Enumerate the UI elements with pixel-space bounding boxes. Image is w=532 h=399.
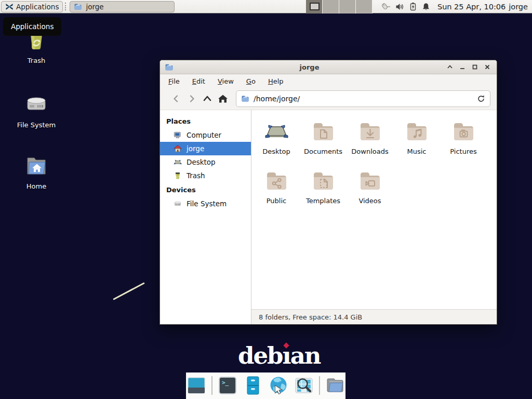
close-icon[interactable] bbox=[483, 62, 492, 72]
window-folder-icon bbox=[165, 63, 174, 72]
panel-grip-handle[interactable] bbox=[65, 3, 68, 10]
forward-icon bbox=[188, 95, 196, 103]
folder-templates[interactable]: Templates bbox=[300, 164, 347, 213]
downloads-folder-icon bbox=[357, 119, 382, 144]
home-icon bbox=[218, 94, 228, 103]
folder-music[interactable]: Music bbox=[393, 114, 440, 164]
sidebar: Places Computer jorge Desktop bbox=[160, 110, 251, 324]
location-bar[interactable]: /home/jorge/ bbox=[236, 90, 490, 107]
sidebar-item-trash[interactable]: Trash bbox=[160, 169, 251, 182]
applications-menu-label: Applications bbox=[16, 3, 59, 11]
menu-file[interactable]: File bbox=[168, 77, 180, 85]
folder-label: Videos bbox=[358, 197, 381, 205]
folder-downloads[interactable]: Downloads bbox=[347, 114, 393, 164]
applications-menu-button[interactable]: Applications bbox=[1, 1, 63, 12]
videos-folder-icon bbox=[357, 168, 382, 193]
app-finder-icon[interactable] bbox=[294, 375, 314, 396]
desktop-icon-label: Home bbox=[26, 182, 46, 190]
workspace-3[interactable] bbox=[339, 0, 356, 14]
folder-public[interactable]: Public bbox=[253, 164, 300, 213]
sidebar-item-label: jorge bbox=[187, 144, 204, 153]
folder-label: Desktop bbox=[262, 148, 290, 155]
notifications-bell-icon[interactable] bbox=[422, 2, 430, 11]
terminal-icon[interactable]: >_ bbox=[217, 375, 238, 396]
sidebar-item-label: Desktop bbox=[187, 158, 216, 166]
workspace-4[interactable] bbox=[356, 0, 373, 14]
sidebar-item-desktop[interactable]: Desktop bbox=[160, 155, 251, 169]
home-folder-icon bbox=[24, 153, 49, 178]
folder-videos[interactable]: Videos bbox=[347, 164, 393, 213]
folder-label: Music bbox=[407, 148, 427, 155]
volume-icon[interactable] bbox=[395, 3, 404, 11]
up-icon bbox=[203, 95, 212, 103]
maximize-icon[interactable] bbox=[470, 62, 480, 72]
workspace-2[interactable] bbox=[323, 0, 339, 14]
reload-icon[interactable] bbox=[477, 95, 485, 103]
sidebar-places-header: Places bbox=[160, 114, 251, 128]
mouse-icon[interactable] bbox=[380, 2, 390, 11]
menu-help[interactable]: Help bbox=[268, 77, 284, 85]
sidebar-item-jorge[interactable]: jorge bbox=[160, 142, 251, 155]
file-cabinet-icon[interactable] bbox=[243, 375, 263, 396]
folder-desktop[interactable]: Desktop bbox=[253, 114, 300, 164]
desktop-icon-label: Trash bbox=[28, 57, 45, 64]
system-tray bbox=[380, 2, 430, 11]
folder-pictures[interactable]: Pictures bbox=[440, 114, 487, 164]
file-view[interactable]: Desktop Documents Downloads bbox=[251, 110, 497, 324]
web-browser-icon[interactable] bbox=[268, 375, 289, 396]
cursor-streak-artifact bbox=[113, 282, 144, 300]
location-text[interactable]: /home/jorge/ bbox=[254, 95, 473, 103]
status-text: 8 folders, Free space: 14.4 GiB bbox=[259, 313, 362, 321]
forward-button[interactable] bbox=[184, 91, 200, 106]
desktop-icon-home[interactable]: Home bbox=[11, 153, 61, 190]
taskbar-window-button[interactable]: jorge bbox=[70, 1, 175, 12]
home-icon bbox=[174, 144, 182, 153]
workspace-pager bbox=[306, 0, 373, 14]
workspace-1[interactable] bbox=[306, 0, 323, 14]
menu-edit[interactable]: Edit bbox=[192, 77, 205, 85]
documents-folder-icon bbox=[311, 119, 336, 144]
folder-documents[interactable]: Documents bbox=[300, 114, 347, 164]
xfce-logo-icon bbox=[5, 3, 14, 11]
panel-username[interactable]: jorge bbox=[509, 3, 528, 11]
minimize-icon[interactable] bbox=[458, 62, 467, 72]
sidebar-item-computer[interactable]: Computer bbox=[160, 128, 251, 142]
terminal-prompt: >_ bbox=[222, 379, 229, 386]
panel-clock[interactable]: Sun 25 Apr, 10:06 bbox=[437, 3, 506, 11]
sidebar-item-label: File System bbox=[187, 200, 227, 208]
debian-wordmark-i: ı bbox=[283, 342, 290, 369]
desktop-icon bbox=[174, 158, 182, 166]
sidebar-item-file-system[interactable]: File System bbox=[160, 197, 251, 210]
debian-wordmark: debıan bbox=[238, 342, 321, 369]
debian-wordmark-part: an bbox=[290, 342, 321, 369]
up-button[interactable] bbox=[200, 91, 215, 106]
window-titlebar[interactable]: jorge bbox=[160, 60, 497, 74]
top-panel: Applications jorge bbox=[0, 0, 532, 14]
computer-icon bbox=[174, 131, 182, 139]
hard-drive-icon bbox=[174, 200, 182, 208]
shade-icon[interactable] bbox=[445, 62, 455, 72]
desktop-icon-label: File System bbox=[17, 121, 56, 129]
back-button[interactable] bbox=[168, 91, 184, 106]
home-button[interactable] bbox=[215, 91, 231, 106]
icon-grid: Desktop Documents Downloads bbox=[253, 114, 487, 213]
window-body: Places Computer jorge Desktop bbox=[160, 110, 497, 324]
public-folder-icon bbox=[264, 168, 289, 193]
battery-charging-icon[interactable] bbox=[409, 2, 417, 11]
desktop-icon-file-system[interactable]: File System bbox=[11, 91, 61, 129]
file-manager-icon[interactable] bbox=[325, 375, 345, 396]
sidebar-item-label: Computer bbox=[187, 131, 221, 139]
status-bar: 8 folders, Free space: 14.4 GiB bbox=[251, 309, 497, 324]
templates-folder-icon bbox=[311, 168, 336, 193]
sidebar-devices-header: Devices bbox=[160, 182, 251, 197]
menu-view[interactable]: View bbox=[218, 77, 234, 85]
show-desktop-icon[interactable] bbox=[186, 375, 207, 396]
hard-drive-icon bbox=[24, 91, 49, 116]
desktop-icon bbox=[264, 119, 289, 144]
trash-icon bbox=[174, 171, 182, 180]
dock-separator bbox=[211, 376, 212, 395]
window-controls bbox=[445, 62, 492, 72]
folder-label: Documents bbox=[304, 148, 342, 155]
menu-go[interactable]: Go bbox=[246, 77, 256, 85]
dock-panel: >_ bbox=[186, 373, 345, 399]
